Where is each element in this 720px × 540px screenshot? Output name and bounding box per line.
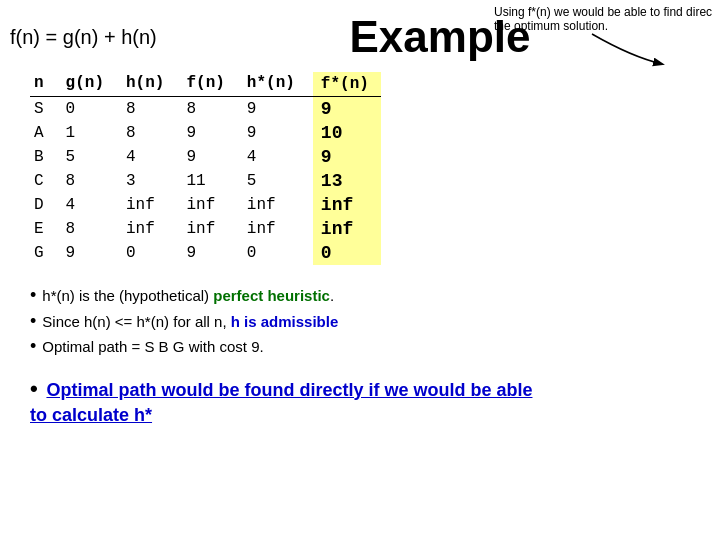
cell-4-hstar: inf	[243, 193, 313, 217]
cell-3-hstar: 5	[243, 169, 313, 193]
cell-5-hn: inf	[122, 217, 182, 241]
cell-2-n: B	[30, 145, 62, 169]
cell-1-n: A	[30, 121, 62, 145]
table-row: C8311513	[30, 169, 381, 193]
fn-label: f(n) = g(n) + h(n)	[10, 8, 170, 49]
cell-2-hstar: 4	[243, 145, 313, 169]
bullet-2: • Since h(n) <= h*(n) for all n, h is ad…	[30, 309, 690, 335]
col-header-fn: f(n)	[182, 72, 242, 97]
cell-6-fn: 9	[182, 241, 242, 265]
table-row: D4infinfinfinf	[30, 193, 381, 217]
cell-1-fn: 9	[182, 121, 242, 145]
header-area: f(n) = g(n) + h(n) Example Using f*(n) w…	[0, 0, 720, 62]
bullet-1-text: h*(n) is the (hypothetical) perfect heur…	[42, 283, 334, 309]
bottom-bullet-text: Optimal path would be found directly if …	[30, 380, 532, 425]
cell-1-hn: 8	[122, 121, 182, 145]
cell-5-n: E	[30, 217, 62, 241]
cell-3-hn: 3	[122, 169, 182, 193]
svg-text:Using f*(n) we would be able t: Using f*(n) we would be able to find dir…	[494, 5, 712, 19]
bullet-2-text: Since h(n) <= h*(n) for all n, h is admi…	[42, 309, 338, 335]
table-row: G90900	[30, 241, 381, 265]
cell-2-hn: 4	[122, 145, 182, 169]
bullet-3-text: Optimal path = S B G with cost 9.	[42, 334, 263, 360]
cell-3-n: C	[30, 169, 62, 193]
table-row: B54949	[30, 145, 381, 169]
cell-5-hstar: inf	[243, 217, 313, 241]
cell-3-fn: 11	[182, 169, 242, 193]
bullet-3: • Optimal path = S B G with cost 9.	[30, 334, 690, 360]
cell-0-n: S	[30, 97, 62, 122]
table-row: S08899	[30, 97, 381, 122]
bullet-dot-1: •	[30, 286, 36, 304]
col-header-fstar: f*(n)	[313, 72, 381, 97]
bullet-2-highlight: h is admissible	[231, 313, 339, 330]
bottom-bullet-dot: •	[30, 376, 38, 401]
cell-1-hstar: 9	[243, 121, 313, 145]
cell-4-hn: inf	[122, 193, 182, 217]
bullet-1-highlight: perfect heuristic	[213, 287, 330, 304]
bottom-bullet: • Optimal path would be found directly i…	[0, 366, 720, 428]
cell-0-gn: 0	[62, 97, 122, 122]
bullet-dot-3: •	[30, 337, 36, 355]
cell-6-hstar: 0	[243, 241, 313, 265]
cell-4-gn: 4	[62, 193, 122, 217]
col-header-n: n	[30, 72, 62, 97]
cell-4-n: D	[30, 193, 62, 217]
col-header-gn: g(n)	[62, 72, 122, 97]
table-row: E8infinfinfinf	[30, 217, 381, 241]
cell-6-gn: 9	[62, 241, 122, 265]
bullets-section: • h*(n) is the (hypothetical) perfect he…	[0, 265, 720, 366]
cell-1-gn: 1	[62, 121, 122, 145]
table-row: A189910	[30, 121, 381, 145]
cell-0-hstar: 9	[243, 97, 313, 122]
cell-4-fn: inf	[182, 193, 242, 217]
cell-2-fn: 9	[182, 145, 242, 169]
col-header-hstar: h*(n)	[243, 72, 313, 97]
main-table: n g(n) h(n) f(n) h*(n) f*(n) S08899A1899…	[30, 72, 381, 265]
bullet-1: • h*(n) is the (hypothetical) perfect he…	[30, 283, 690, 309]
col-header-hn: h(n)	[122, 72, 182, 97]
cell-4-fstar: inf	[313, 193, 381, 217]
cell-6-hn: 0	[122, 241, 182, 265]
svg-text:the optimum solution.: the optimum solution.	[494, 19, 608, 33]
cell-0-hn: 8	[122, 97, 182, 122]
cell-2-fstar: 9	[313, 145, 381, 169]
bullet-dot-2: •	[30, 312, 36, 330]
cell-5-gn: 8	[62, 217, 122, 241]
cell-3-fstar: 13	[313, 169, 381, 193]
table-section: n g(n) h(n) f(n) h*(n) f*(n) S08899A1899…	[0, 62, 720, 265]
cell-0-fn: 8	[182, 97, 242, 122]
cell-0-fstar: 9	[313, 97, 381, 122]
cell-5-fn: inf	[182, 217, 242, 241]
cell-3-gn: 8	[62, 169, 122, 193]
cell-6-fstar: 0	[313, 241, 381, 265]
annotation-arrow-svg: Using f*(n) we would be able to find dir…	[492, 2, 712, 72]
cell-1-fstar: 10	[313, 121, 381, 145]
cell-5-fstar: inf	[313, 217, 381, 241]
cell-6-n: G	[30, 241, 62, 265]
cell-2-gn: 5	[62, 145, 122, 169]
